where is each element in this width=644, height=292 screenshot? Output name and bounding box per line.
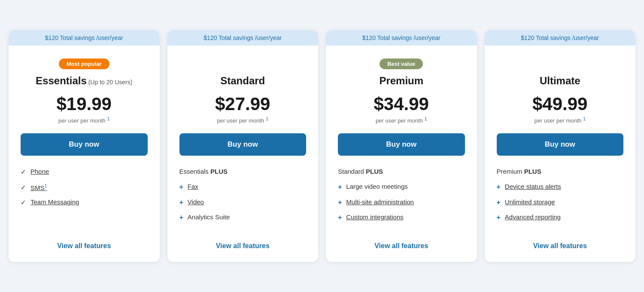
plus-icon-ultimate-0: + bbox=[497, 183, 501, 191]
price-essentials: $19.99 bbox=[57, 94, 112, 114]
plan-name-ultimate: Ultimate bbox=[497, 75, 624, 87]
per-user-standard: per user per month 1 bbox=[179, 116, 307, 124]
feature-item-premium-0: +Large video meetings bbox=[338, 183, 465, 191]
plus-icon-ultimate-1: + bbox=[497, 198, 501, 206]
price-ultimate: $49.99 bbox=[532, 94, 587, 114]
feature-list-premium: +Large video meetings+Multi-site adminis… bbox=[338, 183, 465, 228]
price-row-standard: $27.99 bbox=[179, 94, 307, 114]
features-section-ultimate: Premium PLUS+Device status alerts+Unlimi… bbox=[497, 168, 624, 250]
feature-list-standard: +Fax+Video+Analytics Suite bbox=[179, 183, 307, 228]
savings-banner-premium: $120 Total savings /user/year bbox=[326, 30, 477, 46]
buy-button-premium[interactable]: Buy now bbox=[338, 133, 465, 156]
feature-text-premium-0: Large video meetings bbox=[346, 183, 407, 190]
badge-row-standard bbox=[179, 56, 307, 71]
badge-premium: Best value bbox=[380, 58, 423, 69]
feature-text-essentials-1[interactable]: SMS1 bbox=[30, 183, 47, 191]
feature-list-ultimate: +Device status alerts+Unlimited storage+… bbox=[497, 183, 624, 228]
plus-bold-ultimate: PLUS bbox=[524, 168, 541, 175]
feature-sup-essentials-1: 1 bbox=[45, 183, 47, 188]
plan-body-standard: Standard$27.99per user per month 1Buy no… bbox=[167, 46, 319, 262]
view-all-essentials[interactable]: View all features bbox=[21, 239, 148, 250]
price-sup-essentials: 1 bbox=[107, 116, 109, 121]
feature-text-standard-0[interactable]: Fax bbox=[188, 183, 198, 190]
plus-icon-premium-0: + bbox=[338, 183, 342, 191]
feature-text-premium-1[interactable]: Multi-site administration bbox=[346, 198, 414, 206]
view-all-ultimate[interactable]: View all features bbox=[497, 239, 624, 250]
plan-name-standard: Standard bbox=[179, 75, 307, 87]
feature-text-standard-1[interactable]: Video bbox=[188, 198, 204, 206]
plus-icon-standard-2: + bbox=[179, 213, 183, 221]
plus-icon-ultimate-2: + bbox=[497, 213, 501, 221]
check-icon-essentials-2: ✓ bbox=[21, 198, 26, 207]
check-icon-essentials-1: ✓ bbox=[21, 183, 26, 192]
check-icon-essentials-0: ✓ bbox=[21, 168, 26, 176]
feature-text-essentials-2[interactable]: Team Messaging bbox=[30, 198, 79, 206]
plus-line-standard: Essentials PLUS bbox=[179, 168, 307, 175]
plan-card-essentials: $120 Total savings /user/yearMost popula… bbox=[9, 30, 160, 262]
price-sup-ultimate: 1 bbox=[583, 116, 586, 121]
feature-item-essentials-0: ✓Phone bbox=[21, 168, 148, 176]
feature-text-ultimate-2[interactable]: Advanced reporting bbox=[505, 213, 561, 221]
per-user-ultimate: per user per month 1 bbox=[497, 116, 624, 124]
plan-subtitle-essentials: (Up to 20 Users) bbox=[87, 79, 133, 86]
plus-icon-standard-1: + bbox=[179, 198, 183, 206]
feature-text-premium-2[interactable]: Custom integrations bbox=[346, 213, 403, 221]
feature-text-essentials-0[interactable]: Phone bbox=[30, 168, 49, 175]
feature-item-standard-1: +Video bbox=[179, 198, 307, 206]
per-user-essentials: per user per month 1 bbox=[21, 116, 148, 124]
feature-item-standard-2: +Analytics Suite bbox=[179, 213, 307, 221]
plan-body-essentials: Most popularEssentials (Up to 20 Users)$… bbox=[9, 46, 160, 262]
features-section-premium: Standard PLUS+Large video meetings+Multi… bbox=[338, 168, 465, 250]
plus-bold-standard: PLUS bbox=[210, 168, 228, 175]
price-standard: $27.99 bbox=[215, 94, 270, 114]
badge-row-ultimate bbox=[497, 56, 624, 71]
plus-line-ultimate: Premium PLUS bbox=[497, 168, 624, 175]
feature-item-essentials-2: ✓Team Messaging bbox=[21, 198, 148, 207]
feature-text-ultimate-1[interactable]: Unlimited storage bbox=[505, 198, 555, 206]
plus-icon-premium-1: + bbox=[338, 198, 342, 206]
view-all-premium[interactable]: View all features bbox=[338, 239, 465, 250]
price-sup-standard: 1 bbox=[266, 116, 268, 121]
feature-item-essentials-1: ✓SMS1 bbox=[21, 183, 148, 192]
feature-list-essentials: ✓Phone✓SMS1✓Team Messaging bbox=[21, 168, 148, 228]
plan-card-premium: $120 Total savings /user/yearBest valueP… bbox=[326, 30, 477, 262]
buy-button-essentials[interactable]: Buy now bbox=[21, 133, 148, 156]
feature-text-ultimate-0[interactable]: Device status alerts bbox=[505, 183, 561, 190]
savings-banner-ultimate: $120 Total savings /user/year bbox=[485, 30, 636, 46]
plus-icon-standard-0: + bbox=[179, 183, 183, 191]
savings-banner-standard: $120 Total savings /user/year bbox=[167, 30, 319, 46]
feature-item-ultimate-1: +Unlimited storage bbox=[497, 198, 624, 206]
price-sup-premium: 1 bbox=[424, 116, 427, 121]
feature-item-premium-1: +Multi-site administration bbox=[338, 198, 465, 206]
price-premium: $34.99 bbox=[374, 94, 429, 114]
plus-bold-premium: PLUS bbox=[366, 168, 383, 175]
view-all-standard[interactable]: View all features bbox=[179, 239, 307, 250]
feature-item-ultimate-2: +Advanced reporting bbox=[497, 213, 624, 221]
plus-icon-premium-2: + bbox=[338, 213, 342, 221]
plan-body-ultimate: Ultimate$49.99per user per month 1Buy no… bbox=[485, 46, 636, 262]
plan-name-essentials: Essentials (Up to 20 Users) bbox=[21, 75, 148, 87]
buy-button-ultimate[interactable]: Buy now bbox=[497, 133, 624, 156]
features-section-essentials: ✓Phone✓SMS1✓Team MessagingView all featu… bbox=[21, 168, 148, 250]
pricing-grid: $120 Total savings /user/yearMost popula… bbox=[9, 30, 635, 262]
plan-card-standard: $120 Total savings /user/yearStandard$27… bbox=[167, 30, 319, 262]
plus-line-premium: Standard PLUS bbox=[338, 168, 465, 175]
buy-button-standard[interactable]: Buy now bbox=[179, 133, 307, 156]
feature-item-standard-0: +Fax bbox=[179, 183, 307, 191]
plan-card-ultimate: $120 Total savings /user/yearUltimate$49… bbox=[485, 30, 636, 262]
plan-name-premium: Premium bbox=[338, 75, 465, 87]
price-row-essentials: $19.99 bbox=[21, 94, 148, 114]
price-row-premium: $34.99 bbox=[338, 94, 465, 114]
badge-row-premium: Best value bbox=[338, 56, 465, 71]
per-user-premium: per user per month 1 bbox=[338, 116, 465, 124]
savings-banner-essentials: $120 Total savings /user/year bbox=[9, 30, 160, 46]
plan-body-premium: Best valuePremium$34.99per user per mont… bbox=[326, 46, 477, 262]
price-row-ultimate: $49.99 bbox=[497, 94, 624, 114]
badge-essentials: Most popular bbox=[59, 58, 109, 69]
feature-item-premium-2: +Custom integrations bbox=[338, 213, 465, 221]
feature-item-ultimate-0: +Device status alerts bbox=[497, 183, 624, 191]
features-section-standard: Essentials PLUS+Fax+Video+Analytics Suit… bbox=[179, 168, 307, 250]
feature-text-standard-2: Analytics Suite bbox=[188, 213, 230, 221]
badge-row-essentials: Most popular bbox=[21, 56, 148, 71]
